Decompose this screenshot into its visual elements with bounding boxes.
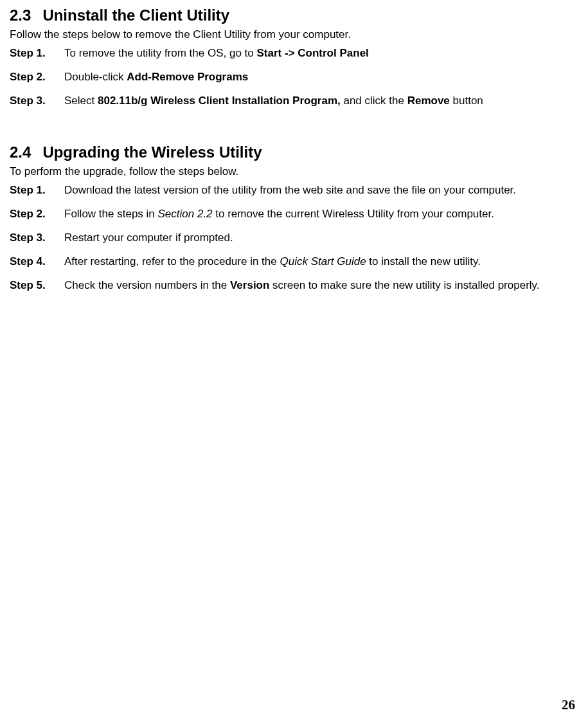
step-label: Step 2. — [10, 70, 64, 85]
step-text: To remove the utility from the OS, go to — [64, 47, 257, 59]
step-label: Step 5. — [10, 278, 64, 293]
section-title: Uninstall the Client Utility — [42, 6, 229, 24]
step-bold: Version — [230, 279, 269, 291]
step-body: Follow the steps in Section 2.2 to remov… — [64, 207, 578, 222]
step-text: and click the — [341, 95, 407, 107]
step-label: Step 1. — [10, 46, 64, 61]
step-label: Step 1. — [10, 183, 64, 198]
step-row: Step 1. To remove the utility from the O… — [10, 46, 578, 61]
step-bold: Add-Remove Programs — [127, 71, 248, 83]
step-italic: Section 2.2 — [158, 208, 213, 220]
section-intro: Follow the steps below to remove the Cli… — [10, 28, 578, 41]
step-bold: Start -> Control Panel — [257, 47, 369, 59]
step-text: to remove the current Wireless Utility f… — [213, 208, 494, 220]
step-row: Step 1. Download the latest version of t… — [10, 183, 578, 198]
step-body: Restart your computer if prompted. — [64, 231, 578, 246]
step-bold: 802.11b/g Wireless Client Installation P… — [98, 95, 341, 107]
section-number: 2.3 — [10, 6, 31, 24]
step-text: to install the new utility. — [366, 255, 481, 268]
step-body: Download the latest version of the utili… — [64, 183, 578, 198]
step-body: After restarting, refer to the procedure… — [64, 255, 578, 269]
step-body: Double-click Add-Remove Programs — [64, 70, 578, 85]
section-number: 2.4 — [10, 143, 31, 161]
step-text: Follow the steps in — [64, 208, 158, 220]
section-heading-2-3: 2.3Uninstall the Client Utility — [10, 6, 578, 24]
step-text: Check the version numbers in the — [64, 279, 230, 291]
section-heading-2-4: 2.4Upgrading the Wireless Utility — [10, 143, 578, 161]
step-row: Step 2. Follow the steps in Section 2.2 … — [10, 207, 578, 222]
step-text: button — [450, 95, 483, 107]
step-row: Step 3. Restart your computer if prompte… — [10, 231, 578, 246]
step-bold: Remove — [407, 95, 450, 107]
section-intro: To perform the upgrade, follow the steps… — [10, 165, 578, 178]
step-label: Step 3. — [10, 231, 64, 246]
step-text: Download the latest version of the utili… — [64, 184, 516, 196]
step-body: Check the version numbers in the Version… — [64, 278, 578, 293]
step-text: screen to make sure the new utility is i… — [269, 279, 539, 291]
step-italic: Quick Start Guide — [280, 255, 366, 268]
page-number: 26 — [562, 697, 575, 713]
step-label: Step 4. — [10, 255, 64, 269]
step-text: Restart your computer if prompted. — [64, 231, 233, 244]
step-label: Step 3. — [10, 94, 64, 109]
step-row: Step 4. After restarting, refer to the p… — [10, 255, 578, 269]
step-body: Select 802.11b/g Wireless Client Install… — [64, 94, 578, 109]
step-row: Step 2. Double-click Add-Remove Programs — [10, 70, 578, 85]
step-body: To remove the utility from the OS, go to… — [64, 46, 578, 61]
section-title: Upgrading the Wireless Utility — [42, 143, 262, 161]
step-row: Step 3. Select 802.11b/g Wireless Client… — [10, 94, 578, 109]
step-label: Step 2. — [10, 207, 64, 222]
step-text: Select — [64, 95, 98, 107]
step-row: Step 5. Check the version numbers in the… — [10, 278, 578, 293]
step-text: Double-click — [64, 71, 127, 83]
step-text: After restarting, refer to the procedure… — [64, 255, 280, 268]
